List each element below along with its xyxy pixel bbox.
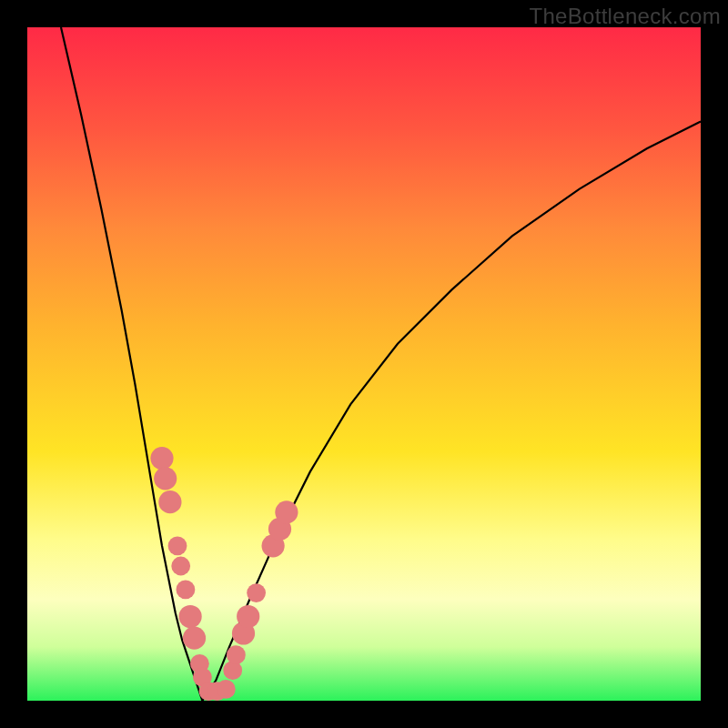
curve-left-branch (61, 27, 202, 701)
bead-marker (158, 490, 181, 513)
bead-marker (183, 627, 206, 650)
curve-right-branch (202, 122, 701, 701)
chart-plot-area (27, 27, 701, 701)
bead-marker (247, 583, 266, 602)
bead-marker (227, 645, 246, 664)
bead-marker (275, 500, 298, 523)
chart-frame: TheBottleneck.com (0, 0, 728, 728)
curve-group (61, 27, 701, 701)
bead-marker (177, 581, 196, 600)
watermark-text: TheBottleneck.com (529, 4, 721, 29)
bead-marker (217, 680, 236, 699)
bead-marker (171, 557, 190, 576)
bead-marker (237, 605, 259, 628)
bead-marker (154, 467, 177, 490)
bead-marker (168, 536, 187, 555)
beads-group (150, 447, 298, 701)
bead-marker (179, 605, 202, 628)
chart-svg (27, 27, 701, 701)
bead-marker (150, 447, 173, 470)
